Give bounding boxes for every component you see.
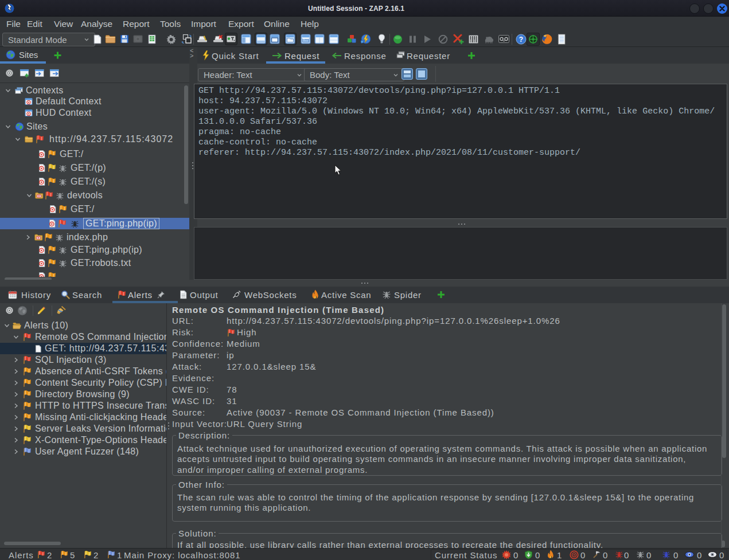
svg-text:?: ? — [519, 36, 523, 44]
